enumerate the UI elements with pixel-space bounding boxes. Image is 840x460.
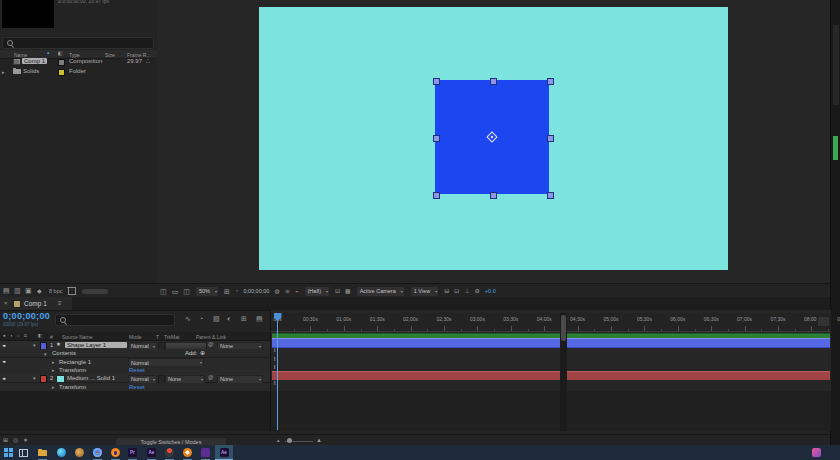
composition-canvas[interactable]: [259, 7, 728, 270]
selection-handle[interactable]: [490, 192, 497, 199]
tray-app-icon[interactable]: [812, 448, 821, 457]
zoom-in-mountain-icon[interactable]: ▲: [316, 437, 322, 443]
audio-column-icon[interactable]: ◖: [10, 334, 13, 339]
grid-guides-icon[interactable]: ⊞: [224, 288, 230, 295]
channels-icon[interactable]: ◒: [295, 288, 299, 294]
snapshot-icon[interactable]: ◍: [274, 288, 279, 294]
column-parent-link[interactable]: Parent & Link: [196, 334, 226, 340]
project-item-name[interactable]: Solids: [23, 68, 39, 74]
project-search-input[interactable]: [2, 37, 154, 49]
close-icon[interactable]: ×: [4, 300, 8, 306]
column-t[interactable]: T: [156, 334, 159, 340]
mini-flowchart-icon[interactable]: ⊟: [444, 288, 449, 294]
timeline-zoom-slider-knob[interactable]: [287, 438, 292, 443]
color-depth-button[interactable]: 8 bpc: [49, 288, 62, 294]
camera-select[interactable]: Active Camera▾: [356, 286, 405, 297]
chevron-right-icon[interactable]: ▸: [52, 359, 55, 365]
exposure-value[interactable]: +0.0: [485, 288, 496, 294]
solo-column-icon[interactable]: ○: [17, 334, 20, 339]
resolution-select[interactable]: (Half)▾: [304, 286, 330, 297]
layer-name[interactable]: Medium ... Solid 1: [67, 375, 125, 381]
purple-app-icon[interactable]: [201, 448, 210, 457]
timeline-search-input[interactable]: [55, 314, 175, 326]
pickwhip-icon[interactable]: @: [208, 375, 214, 381]
eye-icon[interactable]: ●: [2, 359, 6, 364]
adjustment-icon[interactable]: ◆: [37, 288, 42, 294]
column-mode[interactable]: Mode: [129, 334, 142, 340]
eye-column-icon[interactable]: ●: [3, 334, 6, 339]
group-label[interactable]: Rectangle 1: [59, 359, 91, 365]
comp-marker-bin[interactable]: [817, 316, 830, 327]
region-of-interest-icon[interactable]: ⊡: [335, 288, 340, 294]
draft-3d-icon[interactable]: ⊡: [454, 288, 459, 294]
monitor-icon[interactable]: ▭: [172, 288, 179, 295]
reset-link[interactable]: Reset: [129, 384, 145, 390]
selection-handle[interactable]: [547, 78, 554, 85]
transfer-controls-pane-icon[interactable]: ◎: [13, 437, 18, 443]
motion-blur-icon[interactable]: ◐: [227, 315, 231, 322]
chevron-down-icon[interactable]: ▾: [44, 351, 47, 357]
panel-menu-icon[interactable]: ≡: [58, 300, 62, 306]
show-snapshot-icon[interactable]: ◉: [285, 288, 290, 294]
time-ruler[interactable]: :00s00;30s01;00s01;30s02;00s02;30s03;00s…: [271, 313, 831, 332]
chevron-right-icon[interactable]: ▸: [52, 384, 55, 390]
eye-icon[interactable]: ●: [2, 343, 6, 348]
view-count-select[interactable]: 1 View▾: [410, 286, 439, 297]
column-trkmat[interactable]: TrkMat: [164, 334, 179, 340]
chevron-right-icon[interactable]: ▸: [52, 367, 55, 373]
composition-mini-flowchart-icon[interactable]: ∿: [185, 315, 191, 323]
fast-previews-gear-icon[interactable]: ⚙: [474, 288, 479, 294]
layer-bar-solid-1[interactable]: [272, 371, 830, 380]
transparency-grid-icon[interactable]: ▩: [345, 288, 351, 294]
expander-icon[interactable]: ▸: [2, 69, 5, 75]
selection-handle[interactable]: [433, 78, 440, 85]
selection-handle[interactable]: [547, 135, 554, 142]
layer-name-selected[interactable]: Shape Layer 1: [65, 342, 127, 349]
add-shape-icon[interactable]: ⊕: [200, 350, 205, 356]
pickwhip-icon[interactable]: @: [208, 342, 214, 348]
selection-handle[interactable]: [433, 192, 440, 199]
project-item-name[interactable]: Comp 1: [22, 58, 47, 64]
project-row-solids[interactable]: ▸ Solids Folder: [0, 67, 157, 76]
selection-handle[interactable]: [490, 78, 497, 85]
inout-pane-icon[interactable]: ∗: [23, 437, 28, 443]
brave-icon[interactable]: [165, 448, 174, 457]
trash-icon[interactable]: [68, 288, 76, 295]
layer-switches-pane-icon[interactable]: ⊞: [3, 437, 8, 443]
timeline-vertical-scrollbar[interactable]: [560, 313, 567, 431]
label-column-icon[interactable]: ◧: [38, 334, 42, 339]
premiere-pro-icon[interactable]: Pr: [128, 448, 137, 457]
sort-ascending-icon[interactable]: ▲: [46, 51, 50, 56]
view-layout-icon[interactable]: ◫: [160, 288, 167, 295]
after-effects-icon[interactable]: Ae: [147, 448, 156, 457]
graph-editor-icon[interactable]: ▤: [256, 315, 263, 323]
file-explorer-icon[interactable]: [38, 450, 47, 456]
label-column-icon[interactable]: ◧: [58, 51, 63, 56]
firefox-icon[interactable]: [111, 448, 120, 457]
scrollbar-thumb[interactable]: [561, 315, 566, 341]
pixel-aspect-icon[interactable]: ⊥: [464, 288, 469, 294]
zoom-out-mountain-icon[interactable]: ▴: [277, 438, 280, 443]
new-folder-icon[interactable]: ▥: [14, 287, 21, 294]
brainstorm-icon[interactable]: ⊞: [241, 315, 247, 323]
group-label[interactable]: Transform: [59, 384, 86, 390]
task-view-button[interactable]: [19, 449, 28, 457]
mask-visibility-icon[interactable]: ◔: [235, 288, 239, 294]
label-swatch-yellow[interactable]: [58, 69, 65, 76]
magnification-select[interactable]: 50%▾: [195, 286, 219, 297]
playhead-line[interactable]: [277, 313, 278, 430]
timeline-tab-comp1[interactable]: × Comp 1 ≡: [0, 297, 72, 310]
layer-bar-shape-layer-1[interactable]: [272, 338, 830, 348]
chevron-down-icon[interactable]: ▾: [33, 342, 36, 348]
column-number[interactable]: #: [50, 334, 53, 340]
group-label[interactable]: Contents: [52, 350, 76, 356]
tab-label[interactable]: Comp 1: [24, 300, 47, 307]
label-swatch-gray[interactable]: [58, 59, 65, 66]
group-label[interactable]: Transform: [59, 367, 86, 373]
eye-icon[interactable]: ●: [2, 376, 6, 381]
chevron-down-icon[interactable]: ▾: [33, 375, 36, 381]
project-row-comp1[interactable]: Comp 1 Composition 29.97 ∴: [0, 57, 157, 66]
orange-app-icon[interactable]: [183, 448, 192, 457]
selection-handle[interactable]: [547, 192, 554, 199]
start-button[interactable]: [4, 448, 13, 457]
